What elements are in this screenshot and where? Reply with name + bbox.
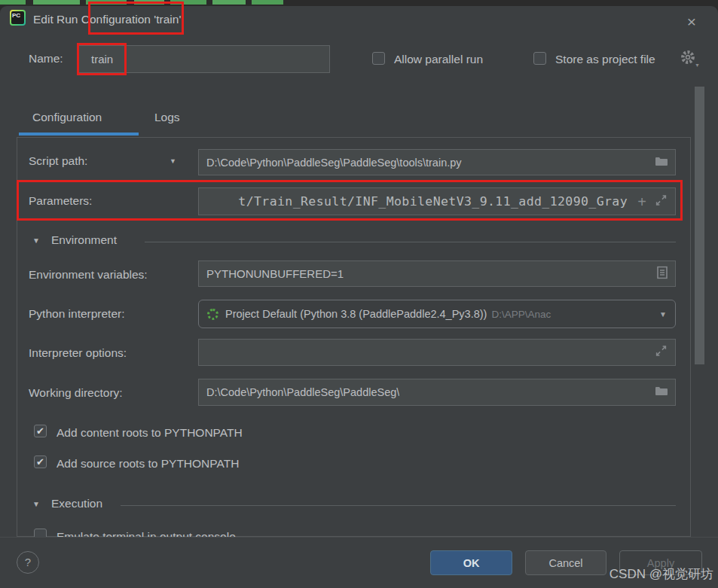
name-label: Name: [29, 52, 63, 66]
conda-environment-icon [207, 309, 218, 320]
python-interpreter-label: Python interpreter: [29, 307, 125, 321]
background-code-fragment [33, 0, 80, 5]
environment-section-divider [145, 242, 676, 242]
add-content-roots-checkbox[interactable] [34, 425, 47, 437]
python-interpreter-combobox[interactable]: Project Default (Python 3.8 (PaddlePaddl… [198, 300, 676, 328]
emulate-terminal-label: Emulate terminal in output console [57, 529, 236, 537]
script-path-value: D:\Code\Python\PaddleSeg\PaddleSeg\tools… [199, 157, 462, 169]
ok-button[interactable]: OK [430, 550, 512, 575]
python-interpreter-path-hint: D:\APP\Anac [491, 309, 551, 320]
title-highlighted-word: Configuration [81, 13, 151, 26]
interpreter-options-field[interactable] [198, 339, 676, 366]
background-code-fragment [134, 0, 164, 5]
title-suffix: 'train' [151, 13, 181, 26]
watermark: CSDN @视觉研坊 [610, 565, 713, 583]
cancel-button[interactable]: Cancel [525, 550, 606, 575]
environment-collapse-icon[interactable]: ▼ [32, 236, 40, 245]
python-interpreter-value: Project Default (Python 3.8 (PaddlePaddl… [225, 308, 487, 320]
gear-dropdown-arrow-icon: ▼ [695, 62, 700, 68]
execution-section-divider [121, 505, 676, 506]
store-as-project-file-label: Store as project file [555, 52, 655, 66]
help-icon[interactable]: ? [17, 551, 39, 574]
background-code-fragment [170, 0, 206, 5]
working-directory-field[interactable]: D:\Code\Python\PaddleSeg\PaddleSeg\ [198, 379, 676, 406]
clipped-row: Emulate terminal in output console [34, 529, 411, 537]
allow-parallel-run-label: Allow parallel run [394, 52, 483, 66]
name-value: train [91, 53, 113, 66]
gear-icon[interactable]: ▼ [680, 50, 695, 68]
expand-field-icon[interactable] [655, 346, 667, 360]
dialog-title: Edit Run Configuration 'train' [33, 13, 181, 26]
environment-variables-label: Environment variables: [29, 268, 148, 282]
script-path-label: Script path: [29, 154, 87, 168]
edit-variables-icon[interactable] [657, 266, 668, 282]
add-icon[interactable]: + [637, 195, 646, 209]
add-source-roots-label: Add source roots to PYTHONPATH [57, 456, 239, 471]
script-path-field[interactable]: D:\Code\Python\PaddleSeg\PaddleSeg\tools… [198, 149, 676, 175]
environment-variables-value: PYTHONUNBUFFERED=1 [199, 267, 344, 280]
parameters-field[interactable]: t/Train_Result/INF_MobileNetV3_9.11_add_… [198, 187, 676, 215]
add-source-roots-checkbox[interactable] [34, 455, 47, 468]
allow-parallel-run-checkbox[interactable] [372, 52, 385, 65]
expand-field-icon[interactable] [655, 194, 667, 209]
environment-section-title: Environment [51, 233, 117, 247]
script-path-type-dropdown-icon[interactable]: ▼ [170, 157, 176, 165]
pycharm-logo-icon: PC [10, 10, 26, 26]
screen: PC Edit Run Configuration 'train' × Name… [0, 0, 718, 588]
working-directory-label: Working directory: [29, 386, 123, 400]
combobox-dropdown-icon: ▼ [659, 310, 667, 318]
tab-configuration[interactable]: Configuration [32, 111, 102, 124]
vertical-scrollbar-thumb[interactable] [695, 87, 704, 364]
working-directory-value: D:\Code\Python\PaddleSeg\PaddleSeg\ [199, 386, 399, 398]
close-icon[interactable]: × [680, 11, 703, 33]
active-tab-underline [19, 133, 139, 136]
background-code-fragment [212, 0, 246, 5]
browse-folder-icon[interactable] [655, 156, 668, 169]
interpreter-options-label: Interpreter options: [29, 346, 127, 360]
execution-section-title: Execution [51, 497, 102, 510]
execution-collapse-icon[interactable]: ▼ [32, 500, 40, 508]
name-input[interactable]: train [78, 45, 330, 73]
background-code-fragment [86, 0, 127, 5]
emulate-terminal-checkbox[interactable] [34, 529, 47, 537]
browse-folder-icon[interactable] [655, 385, 668, 399]
background-code-fragment [0, 0, 26, 5]
store-as-project-file-checkbox[interactable] [533, 52, 546, 65]
edit-run-configuration-dialog: PC Edit Run Configuration 'train' × Name… [0, 6, 718, 588]
parameters-label: Parameters: [29, 194, 92, 208]
parameters-value: t/Train_Result/INF_MobileNetV3_9.11_add_… [238, 194, 628, 209]
environment-variables-field[interactable]: PYTHONUNBUFFERED=1 [198, 260, 676, 287]
tab-logs[interactable]: Logs [154, 111, 180, 124]
title-prefix: Edit Run [33, 13, 81, 26]
background-code-fragment [252, 0, 283, 5]
add-content-roots-label: Add content roots to PYTHONPATH [57, 425, 243, 440]
